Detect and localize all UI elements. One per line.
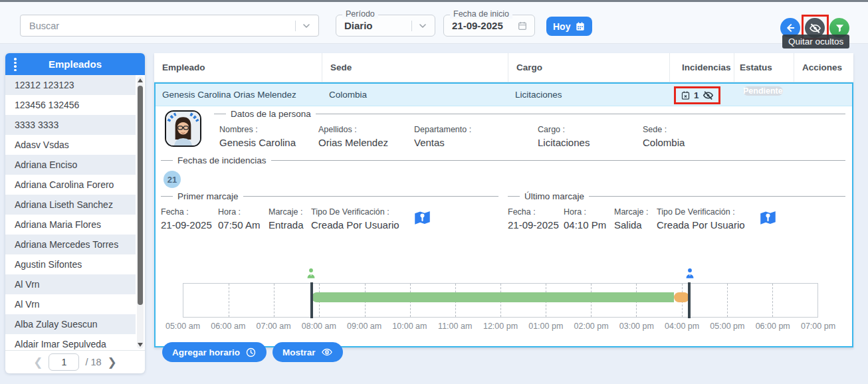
column-header-empleado[interactable]: Empleado bbox=[154, 53, 322, 82]
avatar-photo bbox=[166, 112, 200, 145]
expanded-employee-panel: Genesis Carolina Orias Melendez Colombia… bbox=[154, 82, 853, 347]
field-value: Colombia bbox=[643, 137, 685, 148]
table-row[interactable]: Genesis Carolina Orias Melendez Colombia… bbox=[156, 84, 852, 106]
incidencias-legend: Fechas de incidencias bbox=[177, 155, 267, 165]
tick-label: 05:00 pm bbox=[710, 322, 744, 331]
field-value: 21-09-2025 bbox=[161, 219, 218, 231]
incidencia-day-chip[interactable]: 21 bbox=[163, 171, 181, 188]
tick-label: 05:00 am bbox=[165, 322, 200, 331]
column-header-estatus[interactable]: Estatus bbox=[734, 53, 794, 82]
cell-acciones bbox=[794, 84, 852, 106]
cell-cargo: Licitaciones bbox=[508, 84, 670, 106]
chevron-down-icon[interactable] bbox=[301, 21, 312, 31]
cell-estatus: Pendiente bbox=[734, 84, 794, 106]
field-marcaje: Marcaje :Salida bbox=[614, 207, 657, 231]
kebab-menu-icon[interactable] bbox=[14, 58, 17, 71]
page-input[interactable] bbox=[49, 353, 79, 371]
field-label: Fecha : bbox=[161, 207, 218, 217]
tick-label: 06:00 am bbox=[211, 322, 245, 331]
field-label: Cargo : bbox=[538, 125, 643, 134]
periodo-select[interactable]: Período Diario bbox=[336, 15, 435, 37]
hoy-label: Hoy bbox=[553, 21, 570, 32]
map-location-icon-wrap[interactable] bbox=[413, 209, 431, 231]
cell-empleado: Genesis Carolina Orias Melendez bbox=[156, 84, 322, 106]
eye-icon bbox=[321, 346, 333, 358]
tick-label: 04:00 pm bbox=[665, 322, 699, 331]
next-page-button[interactable]: ❯ bbox=[108, 357, 117, 368]
tooltip-quitar-ocultos: Quitar ocultos bbox=[782, 35, 849, 48]
scroll-up-icon[interactable] bbox=[138, 78, 143, 82]
scrollbar-thumb[interactable] bbox=[138, 86, 143, 305]
list-item[interactable]: Adriana Enciso bbox=[5, 155, 136, 175]
tick-label: 10:00 am bbox=[392, 322, 427, 331]
list-item[interactable]: Adriana Mercedes Torres bbox=[5, 235, 136, 254]
field-marcaje: Marcaje :Entrada bbox=[269, 207, 311, 231]
timeline-plot-area bbox=[183, 283, 818, 318]
page-total: / 18 bbox=[85, 357, 101, 367]
map-location-icon[interactable] bbox=[413, 209, 431, 227]
tick-label: 03:00 pm bbox=[619, 322, 654, 331]
field-hora: Hora :07:50 Am bbox=[218, 207, 269, 231]
list-item[interactable]: 3333 3333 bbox=[5, 115, 136, 135]
search-placeholder: Buscar bbox=[21, 21, 295, 31]
calendar-outline-icon[interactable] bbox=[517, 21, 528, 31]
field-apellidos: Apellidos :Orias Melendez bbox=[318, 125, 414, 148]
timeline-marker-entrada[interactable] bbox=[310, 282, 313, 318]
mostrar-button[interactable]: Mostrar bbox=[272, 342, 343, 362]
tick-label: 12:00 pm bbox=[483, 322, 518, 331]
search-input[interactable]: Buscar bbox=[20, 15, 319, 37]
list-item[interactable]: Aldair Imar Sepulveda bbox=[5, 334, 136, 350]
highlight-box-incidencias: 1 bbox=[674, 86, 720, 104]
gridline bbox=[229, 284, 229, 317]
fieldset-fechas-incidencias: Fechas de incidencias 21 bbox=[161, 155, 845, 188]
status-badge: Pendiente bbox=[743, 86, 783, 96]
workday-timeline-chart: 05:00 am06:00 am07:00 am08:00 am09:00 am… bbox=[157, 263, 852, 336]
tick-label: 07:00 pm bbox=[801, 322, 835, 331]
field-value: Entrada bbox=[269, 219, 311, 231]
chevron-down-icon[interactable] bbox=[417, 21, 428, 31]
column-header-sede[interactable]: Sede bbox=[322, 53, 508, 82]
field-value: Licitaciones bbox=[538, 137, 643, 148]
fieldset-primer-marcaje: Primer marcaje Fecha :21-09-2025Hora :07… bbox=[161, 191, 498, 231]
field-label: Tipo De Verificación : bbox=[657, 207, 756, 217]
person-icon-entrada bbox=[304, 267, 318, 283]
agregar-horario-button[interactable]: Agregar horario bbox=[162, 342, 267, 362]
scroll-down-icon[interactable] bbox=[138, 343, 143, 347]
scrollbar[interactable] bbox=[137, 76, 144, 349]
list-item[interactable]: 123456 132456 bbox=[5, 95, 136, 115]
clock-icon bbox=[245, 347, 257, 358]
timeline-marker-salida[interactable] bbox=[688, 282, 691, 318]
map-location-icon[interactable] bbox=[759, 209, 777, 227]
field-label: Marcaje : bbox=[614, 207, 657, 217]
fieldset-datos-persona: Datos de la persona Nombres :Genesis Car… bbox=[214, 109, 845, 148]
list-item[interactable]: Adriana Carolina Forero bbox=[5, 175, 136, 195]
list-item[interactable]: Al Vrn bbox=[5, 274, 136, 294]
sidebar-header: Empleados bbox=[5, 53, 145, 75]
fecha-inicio-input[interactable]: Fecha de inicio 21-09-2025 bbox=[443, 15, 535, 37]
prev-page-button[interactable]: ❮ bbox=[33, 357, 43, 368]
employee-detail: Datos de la persona Nombres :Genesis Car… bbox=[156, 106, 852, 346]
hoy-button[interactable]: Hoy bbox=[546, 17, 592, 36]
field-label: Hora : bbox=[564, 207, 614, 217]
field-hora: Hora :04:10 Pm bbox=[564, 207, 614, 231]
eye-slash-icon[interactable] bbox=[703, 90, 714, 101]
map-location-icon-wrap[interactable] bbox=[759, 209, 777, 231]
list-item[interactable]: Adriana Liseth Sanchez bbox=[5, 195, 136, 215]
primer-marcaje-fields: Fecha :21-09-2025Hora :07:50 AmMarcaje :… bbox=[161, 207, 498, 231]
persona-legend: Datos de la persona bbox=[231, 109, 311, 119]
list-item[interactable]: Adriana Maria Flores bbox=[5, 215, 136, 235]
periodo-value: Diario bbox=[336, 20, 411, 31]
ultimo-marcaje-legend: Último marcaje bbox=[524, 191, 584, 201]
list-item[interactable]: 12312 123123 bbox=[5, 75, 136, 95]
list-item[interactable]: Al Vrn bbox=[5, 294, 136, 314]
list-item[interactable]: Agustin Sifontes bbox=[5, 254, 136, 274]
marcajes-row: Primer marcaje Fecha :21-09-2025Hora :07… bbox=[161, 191, 845, 231]
column-header-cargo[interactable]: Cargo bbox=[508, 53, 670, 82]
column-header-acciones[interactable]: Acciones bbox=[794, 53, 853, 82]
column-header-incidencias[interactable]: Incidencias bbox=[670, 53, 734, 82]
list-item[interactable]: Alba Zulay Suescun bbox=[5, 314, 136, 334]
list-item[interactable]: Adasv Vsdas bbox=[5, 135, 136, 155]
persona-fields: Nombres :Genesis CarolinaApellidos :Oria… bbox=[219, 125, 845, 148]
field-value: Creada Por Usuario bbox=[657, 219, 756, 231]
toolbar: Buscar Período Diario Fecha de inicio 21… bbox=[0, 2, 868, 44]
